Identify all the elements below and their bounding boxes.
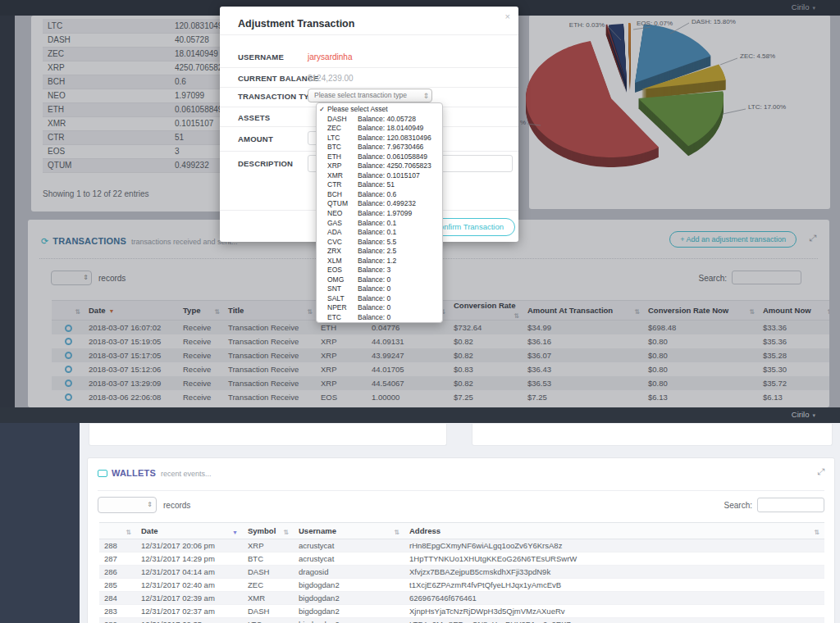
asset-option-dash[interactable]: DASHBalance: 40.05728 (317, 115, 442, 125)
username-value: jarysardinha (308, 52, 352, 61)
records-per-page-select[interactable]: ⇕ (98, 497, 157, 513)
wallet-cell: 284 (99, 592, 136, 605)
screen-wallets-admin: Cirilo▾ WALLETSrecent events... ⤢ ⇕ reco… (0, 407, 840, 623)
amount-label: AMOUNT (238, 134, 273, 143)
wallet-cell: 283 (99, 605, 136, 618)
column-header-username[interactable]: Username⇅ (294, 523, 404, 539)
asset-option-etc[interactable]: ETCBalance: 0 (317, 313, 442, 323)
wallet-cell: XjnpHsYjaTcNzRjDWpH3d5QjmVMzAXueRv (404, 605, 824, 618)
search-label: Search: (724, 501, 752, 510)
column-header-symbol[interactable]: Symbol⇅ (243, 523, 294, 539)
column-header-address[interactable]: Address⇅ (404, 523, 824, 539)
check-icon: ✓ (317, 105, 327, 115)
wallet-cell: 12/31/2017 20:06 pm (136, 539, 243, 553)
sort-icon: ⇅ (394, 529, 399, 536)
wallet-cell: 287 (99, 553, 136, 566)
asset-option-neo[interactable]: NEOBalance: 1.97099 (317, 209, 442, 219)
wallet-cell: XMR (243, 592, 294, 605)
asset-option-xrp[interactable]: XRPBalance: 4250.7065823 (317, 161, 442, 171)
wallet-cell: LTBAc2Mw8EDyuCN8pYznPHY2P1xz2u2EK7 (404, 618, 824, 623)
wallet-cell: 12/31/2017 14:29 pm (136, 553, 243, 566)
description-label: DESCRIPTION (238, 159, 293, 168)
asset-option-xmr[interactable]: XMRBalance: 0.1015107 (317, 171, 442, 181)
divider (98, 490, 824, 491)
sort-icon: ⇅ (814, 529, 819, 536)
asset-option-ltc[interactable]: LTCBalance: 120.08310496 (317, 134, 442, 143)
wallet-cell: 12/31/2017 02:40 am (136, 579, 243, 592)
asset-option-zrx[interactable]: ZRXBalance: 2.5 (317, 247, 442, 257)
asset-option-zec[interactable]: ZECBalance: 18.0140949 (317, 124, 442, 134)
card-remnant (472, 424, 833, 446)
wallet-row: 28212/31/2017 02:35 amLTCbigdogdan2LTBAc… (99, 618, 824, 623)
wallet-row: 28412/31/2017 02:39 amXMRbigdogdan262696… (99, 592, 824, 605)
current-balance-value: $124,239.00 (308, 74, 354, 83)
asset-option-salt[interactable]: SALTBalance: 0 (317, 294, 442, 304)
assets-dropdown-menu: ✓Please select AssetDASHBalance: 40.0572… (316, 102, 443, 323)
wallet-row: 28812/31/2017 20:06 pmXRPacrustycatrHn8E… (99, 539, 824, 553)
wallet-cell: 1HpTTYNKUo1XHUtgKKEoG26N6TEsURSwrW (404, 553, 824, 566)
asset-option-eth[interactable]: ETHBalance: 0.061058849 (317, 152, 442, 162)
username-label: USERNAME (238, 52, 284, 61)
wallet-cell: 12/31/2017 02:39 am (136, 592, 243, 605)
chevron-down-icon: ▾ (812, 412, 815, 418)
sidebar (0, 423, 80, 623)
expand-icon[interactable]: ⤢ (817, 466, 824, 477)
wallet-row: 28312/31/2017 02:37 amDASHbigdogdan2Xjnp… (99, 605, 824, 618)
asset-option-btc[interactable]: BTCBalance: 7.96730466 (317, 143, 442, 152)
wallet-cell: 288 (99, 539, 136, 553)
wallet-row: 28512/31/2017 02:40 amZECbigdogdan2t1Xcj… (99, 579, 824, 592)
wallets-title: WALLETS (112, 468, 156, 478)
wallet-cell: 12/31/2017 02:35 am (136, 618, 243, 623)
asset-option-bch[interactable]: BCHBalance: 0.6 (317, 190, 442, 200)
wallet-cell: acrustycat (294, 539, 404, 553)
wallet-cell: 12/31/2017 02:37 am (136, 605, 243, 618)
wallet-cell: 286 (99, 566, 136, 579)
wallet-cell: bigdogdan2 (294, 618, 404, 623)
wallet-cell: LTC (243, 618, 294, 623)
asset-option-qtum[interactable]: QTUMBalance: 0.499232 (317, 199, 442, 209)
wallet-cell: 285 (99, 579, 136, 592)
wallet-cell: t1XcjE6ZPAzmR4fvPtQfyeLHJqx1yAmcEvB (404, 579, 824, 592)
asset-option-eos[interactable]: EOSBalance: 3 (317, 266, 442, 275)
wallet-cell: DASH (243, 566, 294, 579)
screen-transactions-admin: LTC120.08310496DASH40.05728ZEC18.0140949… (0, 0, 840, 407)
card-remnant (89, 424, 447, 446)
wallet-cell: DASH (243, 605, 294, 618)
wallet-cell: bigdogdan2 (294, 605, 404, 618)
wallet-cell: bigdogdan2 (294, 592, 404, 605)
wallet-cell: XRP (243, 539, 294, 553)
transaction-type-select[interactable]: Please select transaction type⇕ (308, 89, 432, 102)
asset-option-cvc[interactable]: CVCBalance: 5.5 (317, 238, 442, 248)
bottom-navbar: Cirilo▾ (0, 407, 840, 423)
divider (220, 87, 518, 88)
asset-option-gas[interactable]: GASBalance: 0.1 (317, 219, 442, 229)
wallets-table: ⇅Date▼Symbol⇅Username⇅Address⇅28812/31/2… (99, 522, 824, 623)
wallet-cell: ZEC (243, 579, 294, 592)
user-menu[interactable]: Cirilo▾ (792, 410, 815, 419)
current-balance-label: CURRENT BALANCE (238, 74, 319, 83)
wallet-row: 28712/31/2017 14:29 pmBTCacrustycat1HpTT… (99, 553, 824, 566)
asset-option-omg[interactable]: OMGBalance: 0 (317, 275, 442, 285)
updown-icon: ⇕ (422, 90, 429, 102)
wallet-row: 28612/31/2017 04:14 amDASHdragosidXfvjzx… (99, 566, 824, 579)
column-header-date[interactable]: Date▼ (136, 523, 243, 539)
asset-option-nper[interactable]: NPERBalance: 0 (317, 303, 442, 313)
asset-option-snt[interactable]: SNTBalance: 0 (317, 284, 442, 294)
wallets-card: WALLETSrecent events... ⤢ ⇕ records Sear… (87, 457, 835, 623)
wallets-header: WALLETSrecent events... (98, 468, 212, 478)
wallet-cell: Xfvjzx7BBAZejpuB5cmskdhXFji33pdN9k (404, 566, 824, 579)
asset-option-xlm[interactable]: XLMBalance: 1.2 (317, 257, 442, 266)
wallet-cell: 626967646f676461 (404, 592, 824, 605)
asset-option-ada[interactable]: ADABalance: 0.1 (317, 228, 442, 238)
sort-icon[interactable]: ⇅ (99, 523, 136, 539)
wallet-icon (98, 470, 107, 477)
wallet-cell: bigdogdan2 (294, 579, 404, 592)
wallet-cell: 12/31/2017 04:14 am (136, 566, 243, 579)
records-label: records (163, 501, 190, 510)
close-icon[interactable]: × (505, 11, 510, 21)
wallet-cell: 282 (99, 618, 136, 623)
wallets-subtitle: recent events... (161, 470, 212, 478)
search-input[interactable] (757, 498, 824, 512)
asset-option-ctr[interactable]: CTRBalance: 51 (317, 180, 442, 190)
asset-option-placeholder[interactable]: ✓Please select Asset (317, 105, 442, 115)
